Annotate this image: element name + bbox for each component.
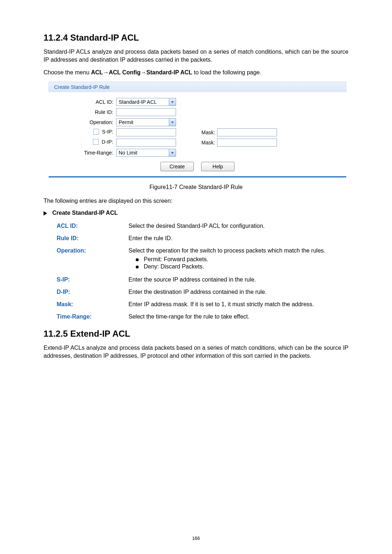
svg-marker-0 (171, 101, 174, 103)
def-acl-id-desc: Select the desired Standard-IP ACL for c… (127, 220, 360, 232)
def-rule-id-desc: Enter the rule ID. (127, 232, 360, 245)
def-acl-id-label: ACL ID: (55, 220, 127, 232)
menu-pre: Choose the menu (44, 69, 91, 75)
page-number: 166 (0, 535, 392, 541)
triangle-bullet-icon (44, 211, 48, 216)
chevron-down-icon[interactable] (169, 98, 176, 106)
sip-input[interactable] (116, 128, 176, 136)
list-item: Permit: Forward packets. (136, 256, 359, 263)
svg-marker-1 (171, 122, 174, 123)
sip-mask-input[interactable] (217, 128, 277, 136)
dip-label: D-IP: (102, 139, 113, 145)
def-dip-label: D-IP: (55, 286, 127, 298)
help-button[interactable]: Help (201, 162, 234, 171)
operation-select[interactable]: Permit (116, 118, 176, 126)
def-operation-desc: Select the operation for the switch to p… (127, 245, 360, 274)
section-heading-extend-ip: 11.2.5 Extend-IP ACL (44, 329, 348, 339)
acl-id-select[interactable]: Standard-IP ACL (116, 98, 176, 106)
dip-input[interactable] (116, 139, 176, 147)
svg-marker-3 (44, 211, 47, 216)
def-rule-id-label: Rule ID: (55, 232, 127, 245)
rule-id-label: Rule ID: (55, 109, 116, 115)
time-range-label: Time-Range: (55, 150, 116, 156)
table-row: Mask: Enter IP address mask. If it is se… (55, 298, 360, 311)
table-row: Time-Range: Select the time-range for th… (55, 311, 360, 323)
def-sip-desc: Enter the source IP address contained in… (127, 274, 360, 286)
menu-post: to load the following page. (192, 69, 261, 75)
chevron-down-icon[interactable] (169, 149, 176, 156)
def-operation-label: Operation: (55, 245, 127, 274)
menu-path: Choose the menu ACL→ACL Config→Standard-… (44, 69, 348, 77)
sip-checkbox[interactable] (93, 129, 99, 135)
sip-label: S-IP: (102, 129, 113, 135)
acl-id-label: ACL ID: (55, 99, 116, 105)
operation-bullets: Permit: Forward packets. Deny: Discard P… (136, 256, 359, 270)
def-operation-text: Select the operation for the switch to p… (128, 247, 326, 254)
dip-mask-label: Mask: (201, 140, 215, 145)
section2-intro: Extend-IP ACLs analyze and process data … (44, 344, 348, 360)
dip-checkbox[interactable] (93, 139, 99, 145)
chevron-down-icon[interactable] (169, 119, 176, 126)
definitions-table: ACL ID: Select the desired Standard-IP A… (55, 220, 360, 323)
figure-caption: Figure11-7 Create Standard-IP Rule (44, 184, 348, 190)
create-button[interactable]: Create (160, 162, 194, 171)
table-row: Operation: Select the operation for the … (55, 245, 360, 274)
table-row: S-IP: Enter the source IP address contai… (55, 274, 360, 286)
menu-bold: ACL→ACL Config→Standard-IP ACL (91, 69, 192, 75)
rule-id-input[interactable] (116, 108, 176, 116)
create-standard-ip-rule-panel: Create Standard-IP Rule ACL ID: Standard… (49, 82, 346, 177)
def-time-range-desc: Select the time-range for the rule to ta… (127, 311, 360, 323)
list-item: Deny: Discard Packets. (136, 263, 359, 270)
operation-value: Permit (119, 119, 133, 125)
acl-id-value: Standard-IP ACL (119, 99, 157, 105)
section1-intro: Standard-IP ACLs analyze and process dat… (44, 48, 348, 63)
svg-marker-2 (171, 152, 174, 154)
operation-label: Operation: (55, 119, 116, 125)
section-heading-standard-ip: 11.2.4 Standard-IP ACL (44, 33, 348, 43)
sip-mask-label: Mask: (201, 130, 215, 135)
def-dip-desc: Enter the destination IP address contain… (127, 286, 360, 298)
def-time-range-label: Time-Range: (55, 311, 127, 323)
def-mask-label: Mask: (55, 298, 127, 311)
entries-title: Create Standard-IP ACL (52, 210, 118, 216)
table-row: Rule ID: Enter the rule ID. (55, 232, 360, 245)
def-mask-desc: Enter IP address mask. If it is set to 1… (127, 298, 360, 311)
panel-header: Create Standard-IP Rule (49, 82, 346, 92)
def-sip-label: S-IP: (55, 274, 127, 286)
table-row: D-IP: Enter the destination IP address c… (55, 286, 360, 298)
time-range-value: No Limit (119, 150, 137, 156)
time-range-select[interactable]: No Limit (116, 149, 176, 157)
dip-mask-input[interactable] (217, 139, 277, 147)
table-row: ACL ID: Select the desired Standard-IP A… (55, 220, 360, 232)
entries-sentence: The following entries are displayed on t… (44, 197, 348, 205)
